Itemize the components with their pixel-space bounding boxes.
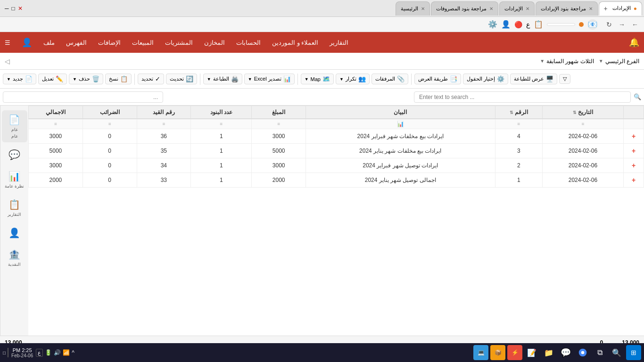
row2-plus[interactable]: + [623, 144, 644, 158]
sidebar-expand-toggle[interactable]: ◁ [5, 58, 10, 65]
select-fields-button[interactable]: ⚙️ إختيار الحقول [463, 74, 508, 84]
edit-button[interactable]: ✏️ تعديل [38, 74, 67, 84]
app-icon-mail[interactable]: 📧 [587, 19, 598, 30]
tab-iradaat-2[interactable]: ✕ الإيرادات [499, 1, 535, 16]
taskbar-app2[interactable]: 📦 [490, 345, 505, 360]
tab-murajaa-iradaat[interactable]: ✕ مراجعة بنود الإيرادات [536, 1, 597, 16]
map-button[interactable]: 🗺️ Map ▼ [301, 74, 334, 84]
tab-iradaat-active[interactable]: ● الإيرادات + [599, 1, 642, 16]
nav-mabiyaat[interactable]: المبيعات [132, 39, 154, 46]
branch-filter[interactable]: الفرع الرئيسي ▼ [599, 58, 639, 65]
nav-file[interactable]: ملف [43, 39, 55, 46]
nav-refresh[interactable]: ↻ [604, 20, 614, 29]
app-icon-doc[interactable]: 📋 [534, 20, 543, 29]
window-maximize[interactable]: □ [12, 5, 15, 12]
tab-murajaa-masrufaat[interactable]: ✕ مراجعة بنود المصروفات [431, 1, 498, 16]
period-filter[interactable]: الثلاث شهور السابقة ▼ [540, 58, 594, 65]
row1-bayan: ايرادات بيع مخلفات شهر فبراير 2024 [306, 129, 495, 144]
tab-plus[interactable]: + [604, 5, 608, 12]
expand-icon-3[interactable]: + [632, 162, 636, 169]
window-minimize[interactable]: ─ [5, 5, 9, 12]
filter-input[interactable] [3, 91, 163, 103]
browser-nav-bar: ← → ↻ 📧 📋 ع 🔴 👤 ⚙️ [0, 17, 644, 32]
row4-plus[interactable]: + [623, 173, 644, 188]
start-button[interactable]: ⊞ [626, 345, 641, 360]
tab-close-icon[interactable]: ✕ [589, 6, 593, 11]
nav-user-icon[interactable]: 👤 [22, 37, 32, 48]
nav-mushtariyat[interactable]: المشتريات [165, 39, 193, 46]
app-icon-user[interactable]: 👤 [501, 20, 511, 29]
attachments-button[interactable]: 📎 المرفقات [372, 74, 408, 84]
table-row[interactable]: + 2024-02-06 2 ايرادات توصيل شهر فبراير … [29, 158, 644, 173]
clock-date: 06-Feb-24 [11, 353, 33, 358]
taskbar-files[interactable]: 📁 [541, 345, 556, 360]
taskbar-app1[interactable]: ⚡ [507, 345, 522, 360]
nav-fihris[interactable]: الفهرس [66, 39, 87, 46]
window-close[interactable]: ✕ [18, 5, 23, 12]
nav-idafaat[interactable]: الإضافات [98, 39, 121, 46]
col-header-date[interactable]: التاريخ ⇅ [542, 106, 623, 119]
export-excel-button[interactable]: 📊 تصدير Excel ▼ [244, 74, 295, 84]
edit-label: تعديل [42, 76, 54, 82]
tab-close-icon-4[interactable]: ✕ [421, 6, 425, 11]
tab-raisiyya[interactable]: ✕ الرئيسية [396, 1, 430, 16]
sort-icon-num[interactable]: ⇅ [510, 110, 513, 115]
expand-icon-1[interactable]: + [632, 132, 636, 140]
update-button[interactable]: ✓ تحديد [138, 74, 164, 84]
taskbar-app3[interactable]: 💻 [473, 345, 488, 360]
copy-button[interactable]: 📋 نسخ [105, 74, 132, 84]
excel-icon: 📊 [283, 75, 291, 82]
display-method-button[interactable]: 📑 طريقة العرض [414, 74, 461, 84]
nav-back[interactable]: ← [630, 20, 640, 29]
delete-button[interactable]: 🗑️ حذف ▼ [69, 74, 103, 84]
taskbar-word[interactable]: 📝 [524, 345, 539, 360]
print-button[interactable]: 🖨️ الطباعة ▼ [203, 74, 242, 84]
tab-close-icon-2[interactable]: ✕ [526, 6, 529, 11]
nav-taqareer[interactable]: التقارير [330, 39, 348, 46]
row3-banood: 1 [191, 158, 252, 173]
filter-btn[interactable]: ▽ [559, 74, 570, 84]
row1-total: 3000 [29, 129, 83, 144]
taskbar-clock[interactable]: 2:25 PM 06-Feb-24 [11, 347, 33, 358]
expand-icon-4[interactable]: + [632, 176, 636, 184]
row1-plus[interactable]: + [623, 129, 644, 144]
sort-icon-date[interactable]: ⇅ [573, 110, 577, 115]
new-button[interactable]: 📄 جديد ▼ [3, 74, 36, 84]
taskbar-chrome[interactable] [575, 345, 590, 360]
taskbar-taskview[interactable]: ⧉ [592, 345, 607, 360]
sidebar-item-user[interactable]: 👤 [2, 223, 27, 242]
sidebar-item-overview[interactable]: 📊 نظرة عامة [2, 167, 27, 192]
tray-arrow[interactable]: ^ [72, 349, 74, 356]
new-icon: 📄 [25, 75, 33, 82]
show-desktop[interactable]: □ [3, 348, 8, 357]
table-row[interactable]: + 2024-02-06 1 اجمالى توصيل شهر يناير 20… [29, 173, 644, 188]
table-row[interactable]: + 2024-02-06 4 ايرادات بيع مخلفات شهر فب… [29, 129, 644, 144]
taskbar-whatsapp[interactable]: 💬 [558, 345, 573, 360]
nav-hesabat[interactable]: الحسابات [236, 39, 261, 46]
refresh-button[interactable]: 🔄 تحديث [166, 74, 197, 84]
search-input[interactable] [414, 91, 631, 103]
col-header-num[interactable]: الرقم ⇅ [495, 106, 542, 119]
bell-icon[interactable]: 🔔 [629, 37, 639, 48]
tab-close-icon-3[interactable]: ✕ [489, 6, 493, 11]
nav-makhazin[interactable]: المخازن [204, 39, 225, 46]
sidebar-item-general[interactable]: 📄 عام عام [2, 110, 27, 142]
document-icon: 📄 [8, 114, 20, 125]
nav-forward[interactable]: → [617, 20, 627, 29]
sidebar-item-whatsapp[interactable]: 💬 [2, 145, 27, 164]
expand-icon-2[interactable]: + [632, 147, 636, 155]
table-row[interactable]: + 2024-02-06 3 ايرادات بيع مخلفات شهر ين… [29, 144, 644, 158]
show-print-button[interactable]: 🖥️ عرض للطباعة [510, 74, 557, 84]
hamburger-menu[interactable]: ☰ [5, 39, 10, 46]
app-icon-flag[interactable]: 🔴 [514, 21, 522, 28]
filter-icon-daraib: = [108, 122, 111, 127]
app-icon-gear[interactable]: ⚙️ [488, 20, 497, 29]
taskbar-search[interactable]: 🔍 [609, 345, 624, 360]
nav-omala[interactable]: العملاء و الموردين [272, 39, 318, 46]
new-dropdown-icon: ▼ [7, 77, 11, 82]
row3-plus[interactable]: + [623, 158, 644, 173]
app-icon-arabic[interactable]: ع [526, 21, 530, 28]
repeat-button[interactable]: 👥 تكرار ▼ [336, 74, 370, 84]
sidebar-item-reports[interactable]: 📋 التقارير [2, 195, 27, 221]
sidebar-item-cash[interactable]: 🏦 النقدية [2, 245, 27, 271]
